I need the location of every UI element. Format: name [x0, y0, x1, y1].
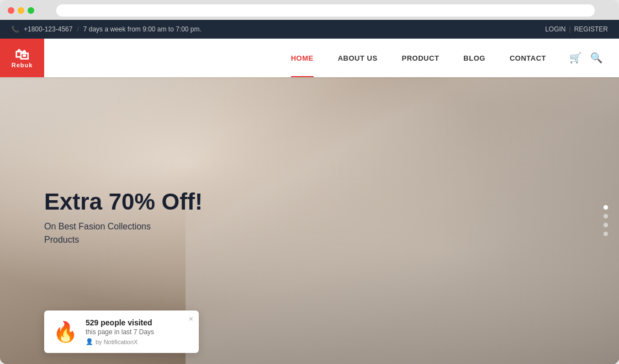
browser-dots — [8, 7, 34, 14]
search-icon: 🔍 — [590, 52, 602, 64]
notification-text: 529 people visited this page in last 7 D… — [86, 318, 190, 345]
nav-icons: 🛒 🔍 — [569, 52, 602, 64]
notification-title: 529 people visited — [86, 318, 190, 327]
hero-subtitle: On Best Fasion Collections Products — [44, 220, 203, 247]
brand-label: by NotificationX — [96, 339, 137, 345]
header: 🛍 Rebuk HOME ABOUT US PRODUCT BLOG CONTA… — [0, 39, 619, 77]
nav-item-about[interactable]: ABOUT US — [326, 39, 390, 77]
logo[interactable]: 🛍 Rebuk — [0, 39, 44, 77]
topbar-left: 📞 +1800-123-4567 / 7 days a week from 9:… — [11, 25, 202, 33]
close-dot[interactable] — [8, 7, 14, 14]
slider-dots — [604, 205, 608, 236]
address-bar[interactable] — [56, 4, 595, 17]
topbar-right: LOGIN | REGISTER — [545, 25, 608, 33]
website: 📞 +1800-123-4567 / 7 days a week from 9:… — [0, 20, 619, 364]
nav-item-contact[interactable]: CONTACT — [498, 39, 558, 77]
hero-keyboard-overlay — [186, 77, 619, 364]
topbar: 📞 +1800-123-4567 / 7 days a week from 9:… — [0, 20, 619, 39]
notification-popup: × 🔥 529 people visited this page in last… — [44, 311, 199, 353]
visitors-label: people visited — [100, 318, 152, 327]
browser-chrome — [0, 0, 619, 20]
nav-item-blog[interactable]: BLOG — [451, 39, 498, 77]
phone-number: +1800-123-4567 — [24, 25, 72, 33]
hero-title: Extra 70% Off! — [44, 189, 203, 215]
nav-item-product[interactable]: PRODUCT — [390, 39, 452, 77]
hero-subtitle-line2: Products — [44, 235, 79, 244]
hero-subtitle-line1: On Best Fasion Collections — [44, 222, 151, 231]
slider-dot-1[interactable] — [604, 205, 608, 210]
topbar-auth-divider: | — [569, 25, 571, 33]
brand-user-icon: 👤 — [86, 338, 93, 345]
slider-dot-4[interactable] — [604, 232, 608, 236]
hero-content: Extra 70% Off! On Best Fasion Collection… — [44, 189, 203, 247]
notification-close-button[interactable]: × — [189, 315, 193, 323]
hero-section: Extra 70% Off! On Best Fasion Collection… — [0, 77, 619, 364]
phone-icon: 📞 — [11, 25, 19, 33]
minimize-dot[interactable] — [18, 7, 24, 14]
notification-brand: 👤 by NotificationX — [86, 338, 190, 345]
login-link[interactable]: LOGIN — [545, 25, 565, 33]
nav-item-home[interactable]: HOME — [279, 39, 326, 77]
cart-icon: 🛒 — [569, 52, 581, 64]
logo-text: Rebuk — [12, 62, 33, 68]
cart-button[interactable]: 🛒 — [569, 52, 581, 64]
register-link[interactable]: REGISTER — [574, 25, 608, 33]
search-button[interactable]: 🔍 — [590, 52, 602, 64]
slider-dot-3[interactable] — [604, 223, 608, 227]
logo-bag-icon: 🛍 — [15, 47, 30, 62]
business-hours: 7 days a week from 9:00 am to 7:00 pm. — [83, 25, 202, 33]
fullscreen-dot[interactable] — [28, 7, 34, 14]
topbar-separator: / — [77, 25, 78, 33]
visitors-count: 529 — [86, 318, 98, 327]
fire-icon: 🔥 — [53, 322, 78, 342]
main-nav: HOME ABOUT US PRODUCT BLOG CONTACT — [279, 39, 558, 77]
slider-dot-2[interactable] — [604, 214, 608, 218]
notification-subtitle: this page in last 7 Days — [86, 328, 190, 336]
